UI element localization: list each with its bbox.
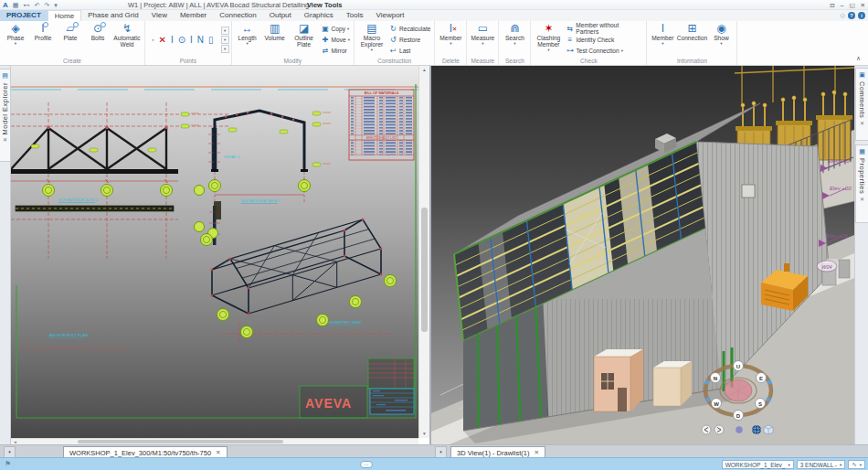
tab-phase-and-grid[interactable]: Phase and Grid xyxy=(81,10,145,21)
navigate-icon[interactable]: ◇ xyxy=(841,12,845,19)
viewport-3d[interactable]: Elev +00 Elev +00 Elev +00 W04 xyxy=(431,66,854,444)
member-point-icon[interactable]: I xyxy=(190,35,193,45)
compass-north[interactable]: N xyxy=(711,373,721,383)
chart-icon: ∿ xyxy=(852,461,856,468)
scroll-down-icon[interactable]: ▾ xyxy=(419,430,429,438)
point-icon[interactable]: ▪ xyxy=(152,37,153,43)
close-icon[interactable]: ✕ xyxy=(860,121,864,127)
delete-point-icon[interactable]: ✕ xyxy=(158,35,165,45)
mini-dropdown-icon[interactable]: ▾ xyxy=(221,27,229,35)
view-cube-icon[interactable] xyxy=(764,425,773,434)
compass-east[interactable]: E xyxy=(757,373,767,383)
delete-member-button[interactable]: I ✕ Member ▾ xyxy=(437,22,464,57)
redo-icon[interactable]: ↷ xyxy=(44,0,49,10)
length-button[interactable]: ↔ Length ▾ xyxy=(234,22,261,57)
compass-west[interactable]: W xyxy=(712,399,722,409)
ribbon-collapse-icon[interactable]: ∧ xyxy=(856,55,861,62)
properties-tab[interactable]: ▦ Properties ✕ xyxy=(855,144,868,223)
show-button[interactable]: ◉ Show ▾ xyxy=(707,22,735,57)
volume-icon: ▥ xyxy=(270,23,280,35)
macro-explorer-button[interactable]: ▤ Macro Explorer ▾ xyxy=(356,22,387,57)
connection-info-button[interactable]: ⊞ Connection xyxy=(676,22,707,57)
compass-south[interactable]: S xyxy=(756,399,766,409)
close-button[interactable]: ✕ xyxy=(861,2,865,9)
link-icon[interactable]: ⊷ xyxy=(23,0,29,10)
more-commands-icon[interactable]: ▾ xyxy=(54,0,58,10)
automatic-weld-button[interactable]: ↯ Automatic Weld xyxy=(111,22,143,57)
model-3d-canvas[interactable]: Elev +00 Elev +00 Elev +00 W04 xyxy=(431,66,854,444)
comment-bubble-icon[interactable]: ⋯ xyxy=(360,461,373,468)
help-icon[interactable]: ? xyxy=(848,12,855,19)
clashing-member-button[interactable]: ✶ Clashing Member ▾ xyxy=(533,22,564,57)
window-small-icon[interactable]: ⊡ xyxy=(830,2,834,9)
model-explorer-tab[interactable]: ▤ Model Explorer ✕ xyxy=(0,69,11,162)
member-without-partners-button[interactable]: ⇆ Member without Partners xyxy=(564,23,644,34)
bolts-button[interactable]: ⊙ Bolts xyxy=(84,22,111,57)
minimize-button[interactable]: – xyxy=(841,2,844,8)
length-icon: ↔ xyxy=(242,23,253,35)
info-icon[interactable]: i xyxy=(858,12,865,19)
profile-point-icon[interactable]: I xyxy=(171,35,174,45)
flag-icon[interactable]: ⚑ xyxy=(5,460,11,468)
drawing-viewport-2d[interactable]: BILL OF MATERIALS ERECTION BOLT LIST xyxy=(11,66,429,444)
polyline-point-icon[interactable]: N xyxy=(197,35,204,45)
tab-viewport[interactable]: Viewport xyxy=(369,10,410,21)
bolt-point-icon[interactable]: ⊙ xyxy=(178,35,185,45)
restore-button[interactable]: ↺ Restore xyxy=(387,34,432,45)
tab-graphics[interactable]: Graphics xyxy=(298,10,340,21)
recalculate-button[interactable]: ↻ Recalculate xyxy=(387,23,432,34)
tab-project[interactable]: PROJECT xyxy=(0,10,48,21)
scrollbar-thumb[interactable] xyxy=(78,440,283,443)
save-icon[interactable]: ▦ xyxy=(13,0,19,10)
restore-button[interactable]: ◱ xyxy=(849,2,854,9)
tab-member[interactable]: Member xyxy=(174,10,213,21)
mini-dropdown-icon[interactable]: ▾ xyxy=(221,36,229,44)
phase-button[interactable]: ◈ Phase ▾ xyxy=(2,22,29,57)
undo-icon[interactable]: ↶ xyxy=(34,0,39,10)
horizontal-scrollbar[interactable]: ◂ xyxy=(11,438,418,444)
close-icon[interactable]: ✕ xyxy=(860,197,864,203)
tab-connection[interactable]: Connection xyxy=(213,10,262,21)
box-point-icon[interactable]: ▯ xyxy=(208,35,214,45)
plate-button[interactable]: ▱ Plate xyxy=(57,22,84,57)
pan-mode-icon[interactable] xyxy=(736,426,743,433)
close-icon[interactable]: ✕ xyxy=(534,449,538,456)
copy-button[interactable]: ▣ Copy ▾ xyxy=(320,23,352,34)
search-button[interactable]: ⋒ Search ▾ xyxy=(501,22,528,57)
mirror-button[interactable]: ⇄ Mirror xyxy=(320,45,352,56)
outline-plate-button[interactable]: ◪ Outline Plate xyxy=(289,22,320,57)
measure-button[interactable]: ▭ Measure ▾ xyxy=(469,22,496,57)
orbit-globe-icon[interactable] xyxy=(752,425,761,434)
last-button[interactable]: ↩ Last xyxy=(387,45,432,56)
app-icon[interactable]: A xyxy=(3,0,8,10)
tab-home[interactable]: Home xyxy=(48,10,81,21)
close-icon[interactable]: ✕ xyxy=(3,137,7,144)
member-without-partners-label: Member without Partners xyxy=(576,22,642,35)
view-select-dropdown[interactable]: WORKSHOP_1_Elev_ ▾ xyxy=(722,460,794,469)
phase-select-dropdown[interactable]: 3 ENDWALL - ▾ xyxy=(797,460,846,469)
test-connection-button[interactable]: ⊶ Test Connection ▾ xyxy=(564,45,644,56)
tab-output[interactable]: Output xyxy=(263,10,298,21)
move-button[interactable]: ✚ Move ▾ xyxy=(320,34,352,45)
comments-tab[interactable]: ▣ Comments ✕ xyxy=(855,68,868,141)
compass-down[interactable]: D xyxy=(734,411,744,421)
view-back-button[interactable] xyxy=(702,425,711,434)
vertical-scrollbar[interactable]: ▴ ▾ xyxy=(418,66,429,438)
scroll-up-icon[interactable]: ▴ xyxy=(419,66,429,74)
copy-icon: ▣ xyxy=(322,25,330,33)
member-info-button[interactable]: I Member ▾ xyxy=(649,22,676,57)
tab-tools[interactable]: Tools xyxy=(340,10,370,21)
scrollbar-thumb[interactable] xyxy=(421,208,428,332)
view-forward-button[interactable] xyxy=(715,425,724,434)
mini-dropdown-icon[interactable]: ▾ xyxy=(221,45,229,53)
volume-button[interactable]: ▥ Volume xyxy=(261,22,289,57)
bill-of-materials-table: BILL OF MATERIALS ERECTION BOLT LIST xyxy=(349,90,414,160)
show-label: Show xyxy=(714,35,729,41)
profile-button[interactable]: I Profile xyxy=(29,22,57,57)
chart-tool-dropdown[interactable]: ∿ ▾ xyxy=(848,460,865,469)
drawing-2d-canvas[interactable]: BILL OF MATERIALS ERECTION BOLT LIST xyxy=(11,66,418,438)
tab-view[interactable]: View xyxy=(145,10,174,21)
identity-check-button[interactable]: ≡ Identity Check xyxy=(564,34,644,45)
close-icon[interactable]: ✕ xyxy=(216,449,220,456)
compass-up[interactable]: U xyxy=(734,361,744,371)
